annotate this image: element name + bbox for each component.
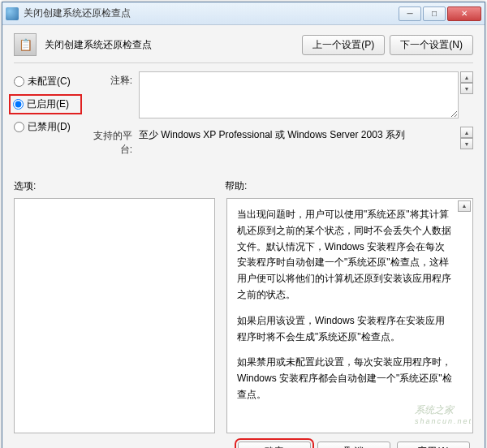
- help-paragraph: 如果启用该设置，Windows 安装程序在安装应用程序时将不会生成"系统还原"检…: [237, 313, 453, 346]
- close-button[interactable]: ✕: [447, 6, 481, 21]
- options-label: 选项:: [14, 179, 225, 193]
- spin-down-icon[interactable]: ▼: [460, 83, 473, 94]
- scroll-up-icon[interactable]: ▲: [458, 200, 471, 212]
- cancel-button[interactable]: 取消: [317, 442, 390, 448]
- next-setting-button[interactable]: 下一个设置(N): [390, 35, 473, 55]
- note-input[interactable]: [139, 71, 459, 118]
- prev-setting-button[interactable]: 上一个设置(P): [302, 35, 385, 55]
- footer: 确定 取消 应用(A): [14, 433, 473, 448]
- policy-icon: 📋: [14, 33, 37, 56]
- radio-disabled-label: 已禁用(D): [28, 120, 71, 134]
- radio-not-configured[interactable]: 未配置(C): [14, 75, 77, 88]
- radio-not-configured-label: 未配置(C): [28, 75, 71, 88]
- radio-enabled-input[interactable]: [13, 99, 24, 110]
- nav-buttons: 上一个设置(P) 下一个设置(N): [302, 35, 473, 55]
- window-controls: ─ □ ✕: [399, 6, 481, 21]
- note-spinner: ▲ ▼: [460, 71, 473, 94]
- maximize-button[interactable]: □: [423, 6, 446, 21]
- radio-disabled[interactable]: 已禁用(D): [14, 120, 77, 134]
- radio-disabled-input[interactable]: [14, 122, 24, 132]
- radio-group: 未配置(C) 已启用(E) 已禁用(D): [14, 71, 77, 165]
- help-panel: 当出现问题时，用户可以使用"系统还原"将其计算机还原到之前的某个状态，同时不会丢…: [226, 198, 473, 433]
- help-label: 帮助:: [225, 179, 247, 193]
- section-labels: 选项: 帮助:: [14, 179, 473, 193]
- options-panel: [14, 198, 215, 433]
- dialog-content: 📋 关闭创建系统还原检查点 上一个设置(P) 下一个设置(N) 未配置(C) 已…: [2, 25, 485, 448]
- titlebar[interactable]: 关闭创建系统还原检查点 ─ □ ✕: [2, 2, 485, 25]
- dialog-window: 关闭创建系统还原检查点 ─ □ ✕ 📋 关闭创建系统还原检查点 上一个设置(P)…: [2, 2, 485, 448]
- page-title: 关闭创建系统还原检查点: [45, 38, 294, 52]
- help-paragraph: 如果禁用或未配置此设置，每次安装应用程序时，Windows 安装程序都会自动创建…: [237, 355, 453, 403]
- ok-button[interactable]: 确定: [238, 442, 311, 448]
- platform-spinner: ▲ ▼: [460, 127, 473, 149]
- spin-up-icon[interactable]: ▲: [460, 71, 473, 83]
- config-area: 未配置(C) 已启用(E) 已禁用(D) 注释: ▲ ▼: [14, 71, 473, 165]
- platform-value: 至少 Windows XP Professional 或 Windows Ser…: [139, 127, 459, 142]
- note-row: 注释: ▲ ▼: [88, 71, 473, 118]
- apply-button[interactable]: 应用(A): [397, 442, 470, 448]
- platform-label: 支持的平台:: [88, 127, 139, 157]
- minimize-button[interactable]: ─: [399, 6, 421, 21]
- radio-enabled-label: 已启用(E): [27, 97, 69, 111]
- radio-enabled[interactable]: 已启用(E): [11, 97, 80, 112]
- right-column: 注释: ▲ ▼ 支持的平台: 至少 Windows XP Professiona…: [88, 71, 473, 165]
- platform-row: 支持的平台: 至少 Windows XP Professional 或 Wind…: [88, 127, 473, 157]
- radio-not-configured-input[interactable]: [14, 76, 24, 87]
- window-title: 关闭创建系统还原检查点: [24, 6, 399, 20]
- help-paragraph: 当出现问题时，用户可以使用"系统还原"将其计算机还原到之前的某个状态，同时不会丢…: [237, 207, 453, 304]
- spin-down-icon[interactable]: ▼: [460, 138, 473, 149]
- note-label: 注释:: [88, 71, 139, 88]
- header-row: 📋 关闭创建系统还原检查点 上一个设置(P) 下一个设置(N): [14, 33, 473, 63]
- app-icon: [6, 7, 19, 20]
- help-scroll: ▲: [458, 200, 471, 212]
- panels: 当出现问题时，用户可以使用"系统还原"将其计算机还原到之前的某个状态，同时不会丢…: [14, 198, 473, 433]
- spin-up-icon[interactable]: ▲: [460, 127, 473, 138]
